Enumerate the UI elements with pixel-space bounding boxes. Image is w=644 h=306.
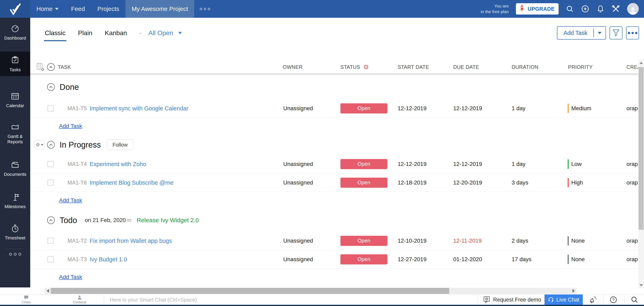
search-icon[interactable] [566,5,574,13]
column-header-duration[interactable]: DURATION [512,64,538,70]
task-name-link[interactable]: Implement sync with Google Calendar [90,105,188,112]
owner-cell[interactable]: Unassigned [283,105,313,112]
request-demo-button[interactable]: Request Free demo [483,294,541,305]
column-header-task[interactable]: TASK [58,64,71,70]
follow-button[interactable]: Follow [107,139,133,150]
add-task-button[interactable]: Add Task [557,26,606,40]
task-checkbox[interactable] [48,180,54,186]
nav-more-icon[interactable] [194,8,216,10]
notifications-bell-icon[interactable] [596,5,604,13]
live-chat-button[interactable]: Live Chat [544,294,583,305]
owner-cell[interactable]: Unassigned [283,161,313,167]
start-date-cell[interactable]: 12-18-2019 [398,180,426,186]
status-badge[interactable]: Open [340,159,387,169]
sidebar-item-calendar[interactable]: Calendar [0,89,30,111]
nav-item-projects[interactable]: Projects [91,0,125,18]
sidebar-item-milestones[interactable]: Milestones [0,191,30,211]
start-date-cell[interactable]: 12-27-2019 [398,256,426,263]
table-row[interactable]: MA1-T5 Implement sync with Google Calend… [30,99,644,118]
settings-tools-icon[interactable] [612,5,620,13]
task-filter-dropdown[interactable]: All Open [148,29,182,37]
add-task-link[interactable]: Add Task [59,274,82,280]
task-name-link[interactable]: Fix import from Wallet app bugs [90,237,172,244]
task-checkbox[interactable] [48,256,54,262]
horizontal-scrollbar-track[interactable] [45,288,576,294]
task-checkbox[interactable] [48,161,54,167]
tab-classic[interactable]: Classic [45,29,66,37]
filter-funnel-button[interactable] [610,27,622,39]
scroll-down-arrow[interactable] [638,282,644,288]
zoho-projects-logo[interactable] [0,0,30,18]
chats-button[interactable]: Chats [14,295,38,305]
task-name-link[interactable]: Implement Blog Subscribe @me [90,179,174,186]
sidebar-item-gantt-reports[interactable]: Gantt & Reports [0,121,30,145]
announcements-megaphone-icon[interactable] [588,295,598,304]
scroll-up-arrow[interactable] [638,60,644,66]
vertical-scrollbar[interactable] [638,60,644,288]
tab-kanban[interactable]: Kanban [105,29,127,37]
status-badge[interactable]: Open [340,254,387,264]
status-badge[interactable]: Open [340,178,387,188]
collapse-section-icon[interactable] [47,141,55,148]
table-row[interactable]: MA1-T6 Implement Blog Subscribe @me Unas… [30,173,644,192]
column-header-start-date[interactable]: START DATE [398,64,429,70]
due-date-cell[interactable]: 12-12-2019 [453,105,482,112]
sidebar-more-icon[interactable] [0,253,30,255]
column-header-priority[interactable]: PRIORITY [568,64,593,70]
table-row[interactable]: MA1-T2 Fix import from Wallet app bugs U… [30,232,644,250]
customize-columns-icon[interactable] [36,62,44,72]
task-checkbox[interactable] [48,238,54,244]
help-icon[interactable]: ? [608,295,618,304]
add-task-dropdown[interactable] [594,32,606,34]
scroll-left-arrow[interactable] [45,288,51,294]
section-settings-gear-icon[interactable] [34,140,44,149]
vertical-scrollbar-thumb[interactable] [638,67,644,230]
column-header-status[interactable]: STATUS [340,64,369,70]
collapse-all-icon[interactable] [47,63,55,71]
sidebar-item-documents[interactable]: Documents [0,159,30,179]
add-task-link[interactable]: Add Task [59,197,82,204]
due-date-cell[interactable]: 12-20-2019 [453,180,482,186]
start-date-cell[interactable]: 12-12-2019 [398,105,426,112]
horizontal-scrollbar-thumb[interactable] [51,288,449,294]
table-row[interactable]: MA1-T3 Ivy Budget 1.0 Unassigned Open 12… [30,250,644,269]
owner-cell[interactable]: Unassigned [283,256,313,263]
sidebar-item-dashboard[interactable]: Dashboard [0,22,30,42]
horizontal-scrollbar[interactable] [0,287,644,294]
sidebar-item-timesheet[interactable]: Timesheet [0,222,30,242]
section-title[interactable]: Todo [60,216,77,225]
smart-chat-input[interactable] [110,295,452,305]
due-date-cell[interactable]: 12-11-2019 [453,238,482,244]
upgrade-button[interactable]: UPGRADE [516,3,558,15]
owner-cell[interactable]: Unassigned [283,180,313,186]
sidebar-item-tasks[interactable]: Tasks [0,52,30,76]
collapse-section-icon[interactable] [47,83,55,91]
priority-cell[interactable]: High [568,178,583,187]
due-date-cell[interactable]: 01-12-2020 [453,256,482,263]
due-date-cell[interactable]: 12-12-2019 [453,161,482,167]
priority-cell[interactable]: None [568,236,585,245]
section-title[interactable]: Done [60,83,79,92]
scroll-right-arrow[interactable] [570,288,576,294]
owner-cell[interactable]: Unassigned [283,238,313,244]
task-name-link[interactable]: Experiment with Zoho [90,161,146,167]
tab-plain[interactable]: Plain [78,29,92,37]
nav-item-feed[interactable]: Feed [65,0,91,18]
table-row[interactable]: MA1-T4 Experiment with Zoho Unassigned O… [30,155,644,173]
collapse-section-icon[interactable] [47,216,55,224]
priority-cell[interactable]: Low [568,160,582,169]
status-badge[interactable]: Open [340,103,387,113]
more-options-button[interactable] [626,27,639,39]
priority-cell[interactable]: None [568,255,585,264]
contacts-button[interactable]: Contacts [66,295,93,305]
status-badge[interactable]: Open [340,236,387,246]
start-date-cell[interactable]: 12-12-2019 [398,161,426,167]
nav-item-home[interactable]: Home [30,0,65,18]
task-name-link[interactable]: Ivy Budget 1.0 [90,256,127,263]
bottom-search-icon[interactable] [630,295,640,304]
milestone-link[interactable]: Release Ivy Widget 2.0 [137,217,199,224]
column-header-owner[interactable]: OWNER [283,64,302,70]
task-checkbox[interactable] [48,105,54,111]
column-header-due-date[interactable]: DUE DATE [453,64,479,70]
start-date-cell[interactable]: 12-10-2019 [398,238,426,244]
